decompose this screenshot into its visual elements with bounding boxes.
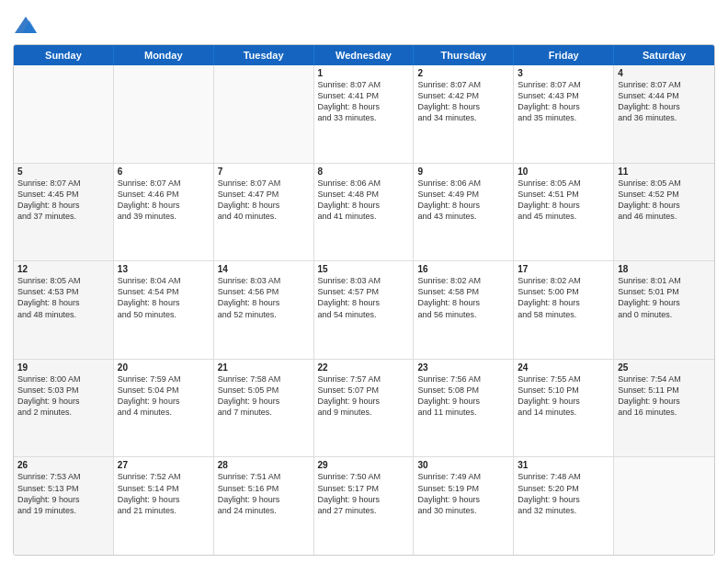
day-info-11: Sunrise: 8:05 AM Sunset: 4:52 PM Dayligh… [618, 178, 711, 223]
day-info-8: Sunrise: 8:06 AM Sunset: 4:48 PM Dayligh… [318, 178, 410, 223]
day-info-22: Sunrise: 7:57 AM Sunset: 5:07 PM Dayligh… [318, 373, 410, 419]
calendar-row-4: 19Sunrise: 8:00 AM Sunset: 5:03 PM Dayli… [14, 360, 714, 458]
weekday-header-saturday: Saturday [614, 45, 714, 65]
empty-cell-r0c0 [14, 65, 114, 163]
day-cell-30: 30Sunrise: 7:49 AM Sunset: 5:19 PM Dayli… [414, 457, 514, 555]
day-number-23: 23 [417, 362, 509, 373]
day-info-12: Sunrise: 8:05 AM Sunset: 4:53 PM Dayligh… [17, 275, 109, 320]
logo [13, 13, 42, 39]
day-cell-31: 31Sunrise: 7:48 AM Sunset: 5:20 PM Dayli… [514, 457, 614, 555]
day-cell-5: 5Sunrise: 8:07 AM Sunset: 4:45 PM Daylig… [14, 164, 114, 261]
empty-cell-r4c6 [614, 457, 714, 555]
day-number-16: 16 [417, 264, 509, 274]
day-cell-27: 27Sunrise: 7:52 AM Sunset: 5:14 PM Dayli… [114, 457, 214, 555]
day-number-1: 1 [318, 68, 410, 78]
header [13, 9, 715, 39]
day-cell-3: 3Sunrise: 8:07 AM Sunset: 4:43 PM Daylig… [514, 65, 614, 163]
calendar-row-1: 1Sunrise: 8:07 AM Sunset: 4:41 PM Daylig… [14, 65, 714, 164]
day-cell-24: 24Sunrise: 7:55 AM Sunset: 5:10 PM Dayli… [514, 360, 614, 457]
day-number-8: 8 [318, 167, 410, 177]
empty-cell-r0c1 [114, 65, 214, 163]
logo-icon [13, 13, 39, 39]
weekday-header-sunday: Sunday [14, 45, 114, 65]
day-number-18: 18 [618, 264, 711, 274]
calendar-header: SundayMondayTuesdayWednesdayThursdayFrid… [14, 45, 714, 65]
day-info-23: Sunrise: 7:56 AM Sunset: 5:08 PM Dayligh… [417, 373, 509, 419]
day-number-7: 7 [218, 167, 310, 177]
day-number-9: 9 [417, 167, 509, 177]
day-cell-16: 16Sunrise: 8:02 AM Sunset: 4:58 PM Dayli… [414, 261, 514, 359]
calendar-row-2: 5Sunrise: 8:07 AM Sunset: 4:45 PM Daylig… [14, 164, 714, 262]
day-cell-29: 29Sunrise: 7:50 AM Sunset: 5:17 PM Dayli… [314, 457, 415, 555]
day-info-14: Sunrise: 8:03 AM Sunset: 4:56 PM Dayligh… [218, 275, 310, 320]
day-info-24: Sunrise: 7:55 AM Sunset: 5:10 PM Dayligh… [518, 373, 609, 419]
weekday-header-thursday: Thursday [414, 45, 514, 65]
day-number-4: 4 [618, 68, 711, 78]
day-cell-13: 13Sunrise: 8:04 AM Sunset: 4:54 PM Dayli… [114, 261, 214, 359]
day-cell-19: 19Sunrise: 8:00 AM Sunset: 5:03 PM Dayli… [14, 360, 114, 457]
day-info-25: Sunrise: 7:54 AM Sunset: 5:11 PM Dayligh… [618, 373, 711, 419]
calendar-row-3: 12Sunrise: 8:05 AM Sunset: 4:53 PM Dayli… [14, 261, 714, 360]
day-cell-9: 9Sunrise: 8:06 AM Sunset: 4:49 PM Daylig… [414, 164, 514, 261]
day-info-18: Sunrise: 8:01 AM Sunset: 5:01 PM Dayligh… [618, 275, 711, 320]
day-info-31: Sunrise: 7:48 AM Sunset: 5:20 PM Dayligh… [518, 471, 609, 516]
day-info-21: Sunrise: 7:58 AM Sunset: 5:05 PM Dayligh… [218, 373, 310, 419]
day-cell-17: 17Sunrise: 8:02 AM Sunset: 5:00 PM Dayli… [514, 261, 614, 359]
day-info-15: Sunrise: 8:03 AM Sunset: 4:57 PM Dayligh… [318, 275, 410, 320]
calendar-body: 1Sunrise: 8:07 AM Sunset: 4:41 PM Daylig… [14, 65, 714, 555]
day-number-21: 21 [218, 362, 310, 373]
day-number-15: 15 [318, 264, 410, 274]
day-info-1: Sunrise: 8:07 AM Sunset: 4:41 PM Dayligh… [318, 79, 410, 124]
day-cell-12: 12Sunrise: 8:05 AM Sunset: 4:53 PM Dayli… [14, 261, 114, 359]
day-number-14: 14 [218, 264, 310, 274]
day-info-9: Sunrise: 8:06 AM Sunset: 4:49 PM Dayligh… [417, 178, 509, 223]
day-cell-14: 14Sunrise: 8:03 AM Sunset: 4:56 PM Dayli… [214, 261, 314, 359]
day-info-2: Sunrise: 8:07 AM Sunset: 4:42 PM Dayligh… [417, 79, 509, 124]
weekday-header-wednesday: Wednesday [314, 45, 415, 65]
day-number-10: 10 [518, 167, 609, 177]
day-cell-26: 26Sunrise: 7:53 AM Sunset: 5:13 PM Dayli… [14, 457, 114, 555]
weekday-header-tuesday: Tuesday [214, 45, 314, 65]
day-info-13: Sunrise: 8:04 AM Sunset: 4:54 PM Dayligh… [118, 275, 210, 320]
day-cell-2: 2Sunrise: 8:07 AM Sunset: 4:42 PM Daylig… [414, 65, 514, 163]
day-cell-6: 6Sunrise: 8:07 AM Sunset: 4:46 PM Daylig… [114, 164, 214, 261]
day-info-19: Sunrise: 8:00 AM Sunset: 5:03 PM Dayligh… [17, 373, 109, 419]
day-number-22: 22 [318, 362, 410, 373]
day-cell-20: 20Sunrise: 7:59 AM Sunset: 5:04 PM Dayli… [114, 360, 214, 457]
day-info-17: Sunrise: 8:02 AM Sunset: 5:00 PM Dayligh… [518, 275, 609, 320]
day-number-27: 27 [118, 460, 210, 470]
day-number-13: 13 [118, 264, 210, 274]
day-info-27: Sunrise: 7:52 AM Sunset: 5:14 PM Dayligh… [118, 471, 210, 516]
day-info-26: Sunrise: 7:53 AM Sunset: 5:13 PM Dayligh… [17, 471, 109, 516]
day-cell-25: 25Sunrise: 7:54 AM Sunset: 5:11 PM Dayli… [614, 360, 714, 457]
day-number-12: 12 [17, 264, 109, 274]
day-info-20: Sunrise: 7:59 AM Sunset: 5:04 PM Dayligh… [118, 373, 210, 419]
empty-cell-r0c2 [214, 65, 314, 163]
day-info-5: Sunrise: 8:07 AM Sunset: 4:45 PM Dayligh… [17, 178, 109, 223]
day-number-19: 19 [17, 362, 109, 373]
day-cell-22: 22Sunrise: 7:57 AM Sunset: 5:07 PM Dayli… [314, 360, 415, 457]
day-info-6: Sunrise: 8:07 AM Sunset: 4:46 PM Dayligh… [118, 178, 210, 223]
day-info-3: Sunrise: 8:07 AM Sunset: 4:43 PM Dayligh… [518, 79, 609, 124]
day-number-28: 28 [218, 460, 310, 470]
day-info-29: Sunrise: 7:50 AM Sunset: 5:17 PM Dayligh… [318, 471, 410, 516]
day-cell-23: 23Sunrise: 7:56 AM Sunset: 5:08 PM Dayli… [414, 360, 514, 457]
day-number-6: 6 [118, 167, 210, 177]
day-cell-7: 7Sunrise: 8:07 AM Sunset: 4:47 PM Daylig… [214, 164, 314, 261]
weekday-header-friday: Friday [514, 45, 614, 65]
day-cell-21: 21Sunrise: 7:58 AM Sunset: 5:05 PM Dayli… [214, 360, 314, 457]
day-info-4: Sunrise: 8:07 AM Sunset: 4:44 PM Dayligh… [618, 79, 711, 124]
calendar-row-5: 26Sunrise: 7:53 AM Sunset: 5:13 PM Dayli… [14, 457, 714, 555]
day-number-11: 11 [618, 167, 711, 177]
day-cell-11: 11Sunrise: 8:05 AM Sunset: 4:52 PM Dayli… [614, 164, 714, 261]
day-number-26: 26 [17, 460, 109, 470]
calendar: SundayMondayTuesdayWednesdayThursdayFrid… [13, 44, 715, 556]
page: SundayMondayTuesdayWednesdayThursdayFrid… [0, 0, 728, 563]
day-number-30: 30 [417, 460, 509, 470]
day-number-29: 29 [318, 460, 410, 470]
day-cell-10: 10Sunrise: 8:05 AM Sunset: 4:51 PM Dayli… [514, 164, 614, 261]
day-cell-8: 8Sunrise: 8:06 AM Sunset: 4:48 PM Daylig… [314, 164, 415, 261]
day-info-7: Sunrise: 8:07 AM Sunset: 4:47 PM Dayligh… [218, 178, 310, 223]
day-number-24: 24 [518, 362, 609, 373]
day-info-10: Sunrise: 8:05 AM Sunset: 4:51 PM Dayligh… [518, 178, 609, 223]
